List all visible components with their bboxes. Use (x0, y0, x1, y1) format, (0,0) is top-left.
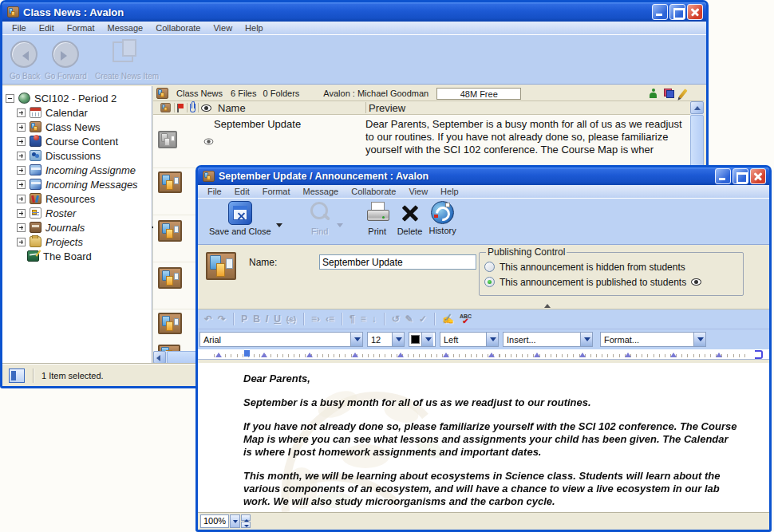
ruler-tab-stop[interactable] (625, 349, 631, 357)
menu-edit[interactable]: Edit (33, 22, 61, 33)
ruler-tab-stop[interactable] (306, 349, 313, 357)
item-type-column-icon[interactable] (160, 103, 171, 112)
bold-icon[interactable]: B (253, 313, 260, 325)
ruler-tab-stop[interactable] (716, 349, 722, 357)
arrow-down-icon[interactable]: ↓ (372, 313, 377, 325)
menu-file[interactable]: File (201, 186, 228, 197)
spellcheck-icon[interactable]: ABC✔ (460, 314, 472, 324)
insert-select[interactable]: Insert... (503, 332, 593, 347)
menu-collaborate[interactable]: Collaborate (149, 22, 207, 33)
radio-checked[interactable] (484, 277, 495, 287)
menu-format[interactable]: Format (256, 186, 297, 197)
ruler-tab-stop[interactable] (579, 349, 586, 357)
zoom-spinner[interactable] (241, 514, 251, 528)
maximize-button[interactable] (669, 4, 685, 20)
ruler-tab-stop[interactable] (443, 349, 449, 357)
find-button[interactable]: Find (308, 201, 332, 236)
underline-icon[interactable]: U (274, 313, 281, 325)
tree-item-resources[interactable]: Resources (2, 191, 152, 206)
tree-item-sci102[interactable]: SCI102 - Period 2 (2, 91, 152, 105)
redo-icon[interactable]: ↷ (218, 313, 226, 325)
list-item-september-update[interactable]: September Update Dear Parents, September… (153, 116, 690, 168)
tree-item-course-content[interactable]: Course Content (2, 134, 152, 148)
ruler-tab-stop[interactable] (261, 349, 267, 357)
radio-unchecked[interactable] (484, 262, 495, 272)
ruler[interactable] (198, 349, 769, 360)
edit-pencil-icon[interactable] (678, 89, 687, 99)
minimize-button[interactable] (652, 4, 668, 20)
tree-item-incoming-messages[interactable]: Incoming Messages (2, 177, 152, 191)
tree-item-class-news[interactable]: Class News (2, 120, 152, 134)
find-options-caret[interactable] (337, 223, 343, 231)
message-body-text[interactable]: Dear Parents, September is a busy month … (198, 363, 769, 508)
menu-view[interactable]: View (402, 186, 434, 197)
close-button[interactable] (750, 168, 766, 184)
tree-item-calendar[interactable]: Calendar (2, 105, 152, 120)
ruler-tab-stop[interactable] (488, 349, 495, 357)
plain-icon[interactable]: P (241, 313, 247, 325)
menu-help[interactable]: Help (239, 22, 270, 33)
draw-icon[interactable]: ✎ (405, 313, 413, 325)
tree-item-roster[interactable]: Roster (2, 206, 152, 220)
font-color-select[interactable] (409, 332, 436, 347)
presence-icon[interactable] (650, 89, 657, 98)
menu-format[interactable]: Format (61, 22, 101, 33)
ruler-tab-stop[interactable] (534, 349, 540, 357)
ruler-tab-stop[interactable] (670, 349, 677, 357)
name-input[interactable] (319, 254, 476, 270)
indent-more-icon[interactable]: ≡› (311, 313, 320, 325)
tree-item-the-board[interactable]: The Board (2, 249, 152, 263)
rotate-icon[interactable]: ↺ (392, 313, 400, 325)
indent-marker[interactable] (244, 350, 250, 357)
menu-message[interactable]: Message (101, 22, 150, 33)
menu-file[interactable]: File (6, 22, 33, 33)
pane-toggle-icon[interactable] (9, 368, 25, 383)
scroll-left-button[interactable] (153, 351, 166, 364)
justify-icon[interactable]: ≡ (361, 313, 366, 325)
font-size-select[interactable]: 12 (367, 332, 405, 347)
layers-icon[interactable] (664, 89, 674, 98)
close-button[interactable] (687, 4, 703, 20)
tree-item-discussions[interactable]: Discussions (2, 148, 152, 163)
attachment-column-icon[interactable] (190, 104, 195, 112)
italic-icon[interactable]: I (266, 313, 268, 325)
delete-button[interactable]: Delete (397, 201, 423, 236)
go-back-button[interactable] (10, 41, 38, 68)
format-select[interactable]: Format... (600, 332, 706, 347)
tree-item-journals[interactable]: Journals (2, 220, 152, 234)
font-select[interactable]: Arial (199, 332, 363, 347)
column-name[interactable]: Name (218, 102, 363, 114)
column-preview[interactable]: Preview (369, 102, 405, 114)
print-button[interactable]: Print (365, 201, 389, 236)
check-icon[interactable]: ✓ (419, 313, 427, 325)
minimize-button[interactable] (715, 168, 731, 184)
ruler-tab-stop[interactable] (352, 349, 358, 357)
splitter-handle[interactable] (544, 301, 551, 308)
title-bar[interactable]: September Update / Announcement : Avalon (198, 167, 769, 185)
radio-published-option[interactable]: This announcement is published to studen… (484, 274, 738, 290)
collapse-expander[interactable] (6, 94, 14, 103)
radio-hidden-option[interactable]: This announcement is hidden from student… (484, 259, 738, 274)
maximize-button[interactable] (733, 168, 748, 184)
zoom-dropdown-button[interactable] (230, 514, 240, 528)
ruler-tab-stop[interactable] (397, 349, 404, 357)
scroll-up-button[interactable] (690, 101, 704, 114)
strikethrough-icon[interactable]: (s) (286, 315, 296, 324)
signature-icon[interactable]: ✍ (442, 313, 454, 325)
save-options-caret[interactable] (276, 223, 282, 231)
ruler-tab-stop[interactable] (215, 349, 222, 357)
align-select[interactable]: Left (440, 332, 499, 347)
go-forward-button[interactable] (52, 41, 79, 68)
published-column-icon[interactable] (201, 104, 211, 112)
menu-help[interactable]: Help (434, 186, 465, 197)
menu-edit[interactable]: Edit (228, 186, 256, 197)
message-body-editor[interactable]: Dear Parents, September is a busy month … (198, 363, 769, 512)
menu-message[interactable]: Message (297, 186, 346, 197)
title-bar[interactable]: Class News : Avalon (2, 2, 706, 22)
save-and-close-button[interactable]: Save and Close (209, 201, 271, 236)
undo-icon[interactable]: ↶ (204, 313, 212, 325)
indent-less-icon[interactable]: ‹≡ (326, 313, 334, 325)
create-news-item-icon[interactable] (113, 41, 133, 62)
zoom-level[interactable]: 100% (200, 514, 229, 528)
tree-item-incoming-assignments[interactable]: Incoming Assignme (2, 163, 152, 177)
